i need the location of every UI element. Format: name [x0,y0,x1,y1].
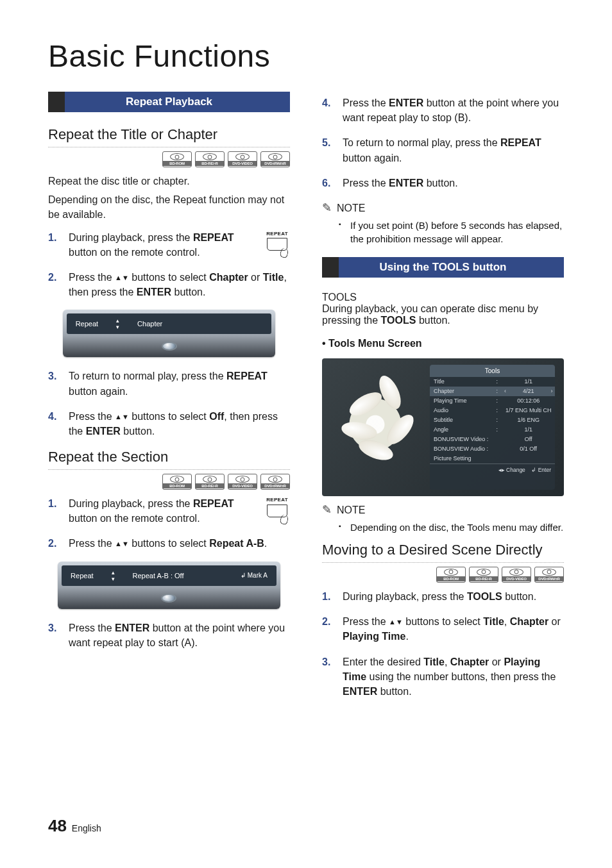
tools-row: BONUSVIEW Video :Off [430,435,555,444]
section-bar-label: Repeat Playback [126,96,212,108]
disc-icon [235,476,250,483]
tools-row-colon [492,444,502,454]
disc-icon [162,595,175,601]
subhead-repeat-title-chapter: Repeat the Title or Chapter [48,126,290,147]
step-number: 4. [322,96,335,110]
tools-table: Title:1/1Chapter:4/21Playing Time:00:12:… [430,377,555,463]
updown-icon: ▴▾ [116,317,119,330]
disc-icon [509,569,523,576]
disc-icon [542,569,556,576]
disc-badge-label: DVD-VIDEO [502,576,531,581]
osd-label: Repeat [71,572,93,580]
section-bar-label: Using the TOOLS button [380,261,507,273]
note-heading: ✎ NOTE [322,503,564,517]
section-bar-repeat-playback: Repeat Playback [48,92,290,112]
pencil-icon: ✎ [322,201,332,215]
page-number: 48 [48,816,67,835]
step-text: REPEAT During playback, press the REPEAT… [69,496,290,526]
tools-row-value: 1/6 ENG [502,415,556,425]
tools-row-key: Chapter [430,387,492,396]
osd-label: Repeat [76,320,98,328]
step-number: 2. [48,270,61,285]
disc-badge: BD-ROM [436,567,466,583]
tools-row: BONUSVIEW Audio :0/1 Off [430,444,555,454]
step-number: 1. [48,496,61,511]
steps-repeat-section-right: 4. Press the ENTER button at the point w… [322,96,564,190]
step-number: 3. [322,655,335,669]
disc-badge-label: BD-ROM [437,576,465,581]
step-number: 5. [322,135,335,150]
tools-row-key: BONUSVIEW Video : [430,435,492,444]
page-footer: 48 English [48,816,101,836]
step-number: 2. [48,536,61,551]
tools-panel-footer: ◂▸ Change ↲ Enter [430,463,555,476]
disc-badge: DVD-VIDEO [228,474,257,490]
tools-row-colon: : [492,425,502,435]
change-hint: ◂▸ Change [498,467,525,473]
disc-badge: DVD±RW/±R [534,567,564,583]
step-text: To return to normal play, press the REPE… [69,369,290,398]
left-column: Repeat Playback Repeat the Title or Chap… [48,92,290,709]
updown-icon: ▴▾ [112,569,115,582]
disc-badge: BD-RE/-R [195,151,225,167]
step-number: 3. [48,621,61,635]
section-bar-tools: Using the TOOLS button [322,257,564,278]
disc-badge: BD-ROM [162,151,192,167]
subhead-moving-scene: Moving to a Desired Scene Directly [322,542,564,563]
tools-row-colon: : [492,377,502,387]
disc-badge: BD-RE/-R [195,474,225,490]
tools-row: Subtitle:1/6 ENG [430,415,555,425]
osd-button-hint: ↲ Mark A [241,572,268,579]
disc-badge: BD-ROM [162,474,192,490]
tools-row-key: BONUSVIEW Audio : [430,444,492,454]
disc-badge-label: BD-ROM [163,483,191,488]
tools-row-value: Off [502,435,556,444]
disc-icon [203,153,217,160]
tools-row-value: 0/1 Off [502,444,556,454]
tools-menu-screenshot: Tools Title:1/1Chapter:4/21Playing Time:… [322,358,564,496]
step-text: During playback, press the TOOLS button. [343,589,564,604]
osd-value: Chapter [137,320,162,328]
step-number: 1. [48,230,61,245]
disc-types-row: BD-ROMBD-RE/-RDVD-VIDEODVD±RW/±R [48,151,290,167]
disc-badge-label: BD-RE/-R [196,483,224,488]
steps-moving-scene: 1. During playback, press the TOOLS butt… [322,589,564,699]
tools-row-colon: : [492,406,502,415]
tools-row-colon: : [492,415,502,425]
tools-row-colon: : [492,387,502,396]
step-number: 6. [322,176,335,190]
disc-icon [477,569,491,576]
tools-panel-header: Tools [430,365,555,377]
tools-panel: Tools Title:1/1Chapter:4/21Playing Time:… [430,365,555,490]
step-text: Press the ▲▼ buttons to select Chapter o… [69,270,290,299]
steps-repeat-section: 1. REPEAT During playback, press the REP… [48,496,290,551]
tools-row-value: 4/21 [502,387,556,396]
body-text: Depending on the disc, the Repeat functi… [48,192,290,222]
note-text: If you set point (B) before 5 seconds ha… [350,219,564,246]
disc-icon [170,476,184,483]
disc-types-row: BD-ROMBD-RE/-RDVD-VIDEODVD±RW/±R [48,474,290,490]
osd-value: Repeat A-B : Off [133,572,184,580]
enter-hint: ↲ Enter [531,467,551,473]
page-language: English [72,823,101,833]
disc-icon [203,476,217,483]
note-text: Depending on the disc, the Tools menu ma… [350,521,564,534]
note-label: NOTE [337,505,365,516]
disc-badge: DVD±RW/±R [260,474,290,490]
right-column: 4. Press the ENTER button at the point w… [322,92,564,709]
disc-badge: DVD-VIDEO [228,151,257,167]
step-text: Press the ▲▼ buttons to select Repeat A-… [69,536,290,551]
step-text: Press the ENTER button at the point wher… [343,96,564,125]
disc-badge: DVD-VIDEO [502,567,531,583]
step-number: 3. [48,369,61,383]
disc-badge-label: BD-ROM [163,161,191,166]
repeat-button-icon: REPEAT [264,496,290,517]
step-text: To return to normal play, press the REPE… [343,135,564,165]
tools-row-colon [492,454,502,463]
disc-icon [235,153,250,160]
step-text: REPEAT During playback, press the REPEAT… [69,230,290,260]
note-label: NOTE [337,203,365,214]
page-title: Basic Functions [48,38,564,74]
disc-badge: BD-RE/-R [469,567,498,583]
step-text: Press the ENTER button at the point wher… [69,621,290,650]
